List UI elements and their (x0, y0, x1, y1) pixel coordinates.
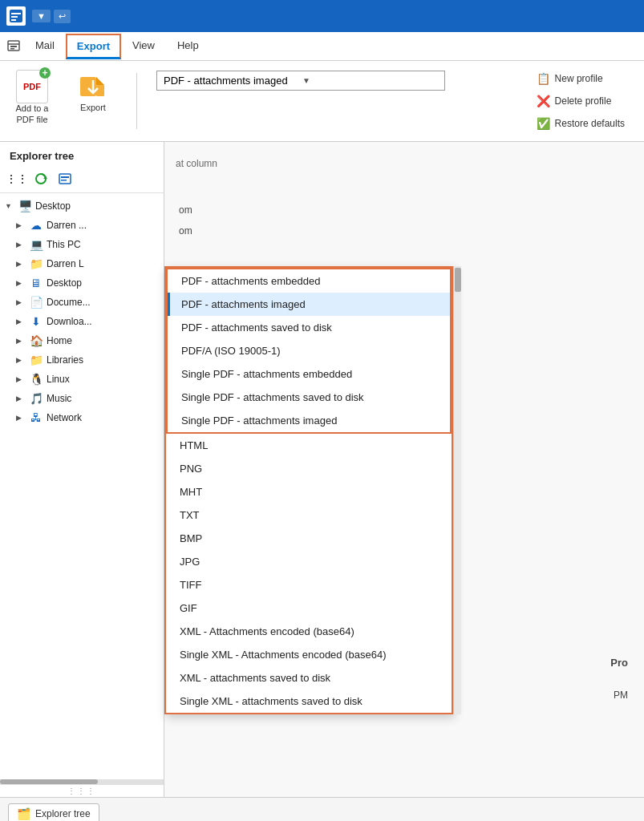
tree-item-darren-cloud[interactable]: ▶ ☁ Darren ... (0, 216, 164, 235)
scroll-bar[interactable] (0, 779, 164, 784)
desktop2-label: Desktop (47, 277, 82, 289)
dropdown-item-html[interactable]: HTML (166, 434, 452, 457)
tree-item-network[interactable]: ▶ 🖧 Network (0, 408, 164, 427)
title-bar-menu[interactable]: ▼ (32, 10, 51, 22)
expand-arrow-thispc: ▶ (16, 241, 26, 249)
new-profile-button[interactable]: 📋 New profile (533, 71, 628, 87)
documents-icon: 📄 (29, 295, 43, 309)
ribbon-content: PDF + Add to a PDF file Export (0, 61, 644, 141)
restore-defaults-icon: ✅ (537, 117, 550, 130)
dropdown-item-single-xml-saved[interactable]: Single XML - attachments saved to disk (166, 690, 452, 713)
add-to-pdf-button[interactable]: PDF + Add to a PDF file (8, 67, 56, 129)
tree-item-desktop2[interactable]: ▶ 🖥 Desktop (0, 273, 164, 293)
dropdown-item-mht[interactable]: MHT (166, 480, 452, 504)
downloads-icon: ⬇ (29, 314, 43, 329)
downloads-label: Downloa... (47, 316, 92, 327)
export-icon (77, 71, 109, 103)
tree-area: ▼ 🖥️ Desktop ▶ ☁ Darren ... ▶ 💻 This PC … (0, 193, 164, 779)
darren-l-label: Darren L (47, 258, 84, 269)
main-area: Explorer tree ⋮⋮ ▼ (0, 142, 644, 797)
network-label: Network (47, 412, 82, 423)
dropdown-item-bmp[interactable]: BMP (166, 527, 452, 550)
tree-item-libraries[interactable]: ▶ 📁 Libraries (0, 350, 164, 370)
tree-item-documents[interactable]: ▶ 📄 Docume... (0, 293, 164, 312)
dropdown-item-jpg[interactable]: JPG (166, 550, 452, 573)
title-bar-quick[interactable]: ↩ (54, 10, 71, 23)
network-icon: 🖧 (29, 410, 43, 425)
scroll-thumb (0, 779, 98, 784)
expand-arrow-darren-l: ▶ (16, 260, 26, 268)
darren-cloud-label: Darren ... (47, 220, 87, 231)
add-to-pdf-icon: PDF + (16, 71, 48, 103)
expand-arrow-libraries: ▶ (16, 356, 26, 364)
profile-section: PDF - attachments imaged ▼ (156, 67, 445, 91)
new-profile-label: New profile (555, 73, 603, 84)
dropdown-item-tiff[interactable]: TIFF (166, 573, 452, 597)
tree-item-darren-l[interactable]: ▶ 📁 Darren L (0, 254, 164, 273)
dropdown-item-single-pdf-saved[interactable]: Single PDF - attachments saved to disk (168, 386, 450, 409)
dropdown-item-gif[interactable]: GIF (166, 597, 452, 620)
desktop2-icon: 🖥 (29, 276, 43, 290)
svg-rect-7 (10, 48, 14, 50)
refresh-button[interactable] (30, 168, 51, 189)
combo-selected-text: PDF - attachments imaged (164, 75, 299, 87)
libraries-label: Libraries (47, 354, 83, 366)
drag-handle: ⋮⋮ (6, 168, 27, 189)
expand-arrow-music: ▶ (16, 394, 26, 402)
dropdown-item-single-pdf-imaged[interactable]: Single PDF - attachments imaged (168, 409, 450, 432)
libraries-icon: 📁 (29, 353, 43, 367)
resize-handle[interactable]: ⋮⋮⋮ (0, 784, 164, 797)
svg-rect-2 (11, 16, 18, 18)
sidebar-title: Explorer tree (0, 142, 164, 165)
dropdown-item-xml-saved[interactable]: XML - attachments saved to disk (166, 666, 452, 690)
dropdown-item-pdfa[interactable]: PDF/A (ISO 19005-1) (168, 339, 450, 362)
add-to-pdf-label: Add to a PDF file (14, 103, 50, 126)
dropdown-scrollbar[interactable] (453, 266, 461, 714)
tab-mail[interactable]: Mail (24, 33, 66, 60)
profile-combo[interactable]: PDF - attachments imaged ▼ (156, 71, 445, 91)
dropdown-item-pdf-imaged[interactable]: PDF - attachments imaged (168, 293, 450, 316)
tree-item-music[interactable]: ▶ 🎵 Music (0, 389, 164, 408)
home-icon: 🏠 (29, 334, 43, 348)
explorer-tree-icon: 🗂️ (17, 807, 30, 820)
combo-arrow-icon: ▼ (302, 76, 438, 85)
dropdown-item-single-pdf-embedded[interactable]: Single PDF - attachments embedded (168, 362, 450, 386)
tree-item-linux[interactable]: ▶ 🐧 Linux (0, 370, 164, 389)
dropdown-item-single-xml-base64[interactable]: Single XML - Attachments encoded (base64… (166, 643, 452, 666)
tab-view[interactable]: View (121, 33, 166, 60)
sidebar: Explorer tree ⋮⋮ ▼ (0, 142, 164, 797)
home-label: Home (47, 335, 72, 346)
thispc-icon: 💻 (29, 237, 43, 252)
explorer-tree-button[interactable]: 🗂️ Explorer tree (8, 803, 99, 822)
column-label: at column (176, 158, 633, 169)
delete-profile-button[interactable]: ❌ Delete profile (533, 93, 628, 109)
tab-export[interactable]: Export (66, 34, 121, 59)
dropdown-item-pdf-embedded[interactable]: PDF - attachments embedded (168, 269, 450, 293)
delete-profile-icon: ❌ (537, 95, 550, 107)
profile-dropdown: PDF - attachments embedded PDF - attachm… (164, 266, 453, 714)
tree-item-desktop[interactable]: ▼ 🖥️ Desktop (0, 196, 164, 216)
dropdown-item-png[interactable]: PNG (166, 457, 452, 480)
dropdown-item-xml-base64[interactable]: XML - Attachments encoded (base64) (166, 620, 452, 643)
dropdown-item-pdf-saved[interactable]: PDF - attachments saved to disk (168, 316, 450, 339)
expand-arrow-downloads: ▶ (16, 317, 26, 326)
dropdown-item-txt[interactable]: TXT (166, 504, 452, 527)
expand-arrow-network: ▶ (16, 414, 26, 422)
export-button[interactable]: Export (69, 67, 117, 115)
dropdown-group: PDF - attachments embedded PDF - attachm… (166, 268, 452, 434)
svg-rect-16 (61, 180, 67, 181)
tree-item-thispc[interactable]: ▶ 💻 This PC (0, 235, 164, 254)
tree-item-home[interactable]: ▶ 🏠 Home (0, 331, 164, 350)
right-text-1: om (176, 201, 633, 219)
tab-help[interactable]: Help (166, 33, 210, 60)
expand-arrow-desktop: ▼ (5, 202, 14, 210)
folder-icon: 📁 (29, 257, 43, 271)
restore-defaults-button[interactable]: ✅ Restore defaults (533, 115, 628, 131)
svg-rect-10 (96, 85, 104, 96)
view-button[interactable] (55, 168, 75, 189)
bottom-bar: 🗂️ Explorer tree (0, 797, 644, 821)
svg-rect-3 (11, 19, 16, 21)
tree-item-downloads[interactable]: ▶ ⬇ Downloa... (0, 312, 164, 331)
ribbon-divider (136, 73, 137, 129)
documents-label: Docume... (47, 297, 91, 308)
